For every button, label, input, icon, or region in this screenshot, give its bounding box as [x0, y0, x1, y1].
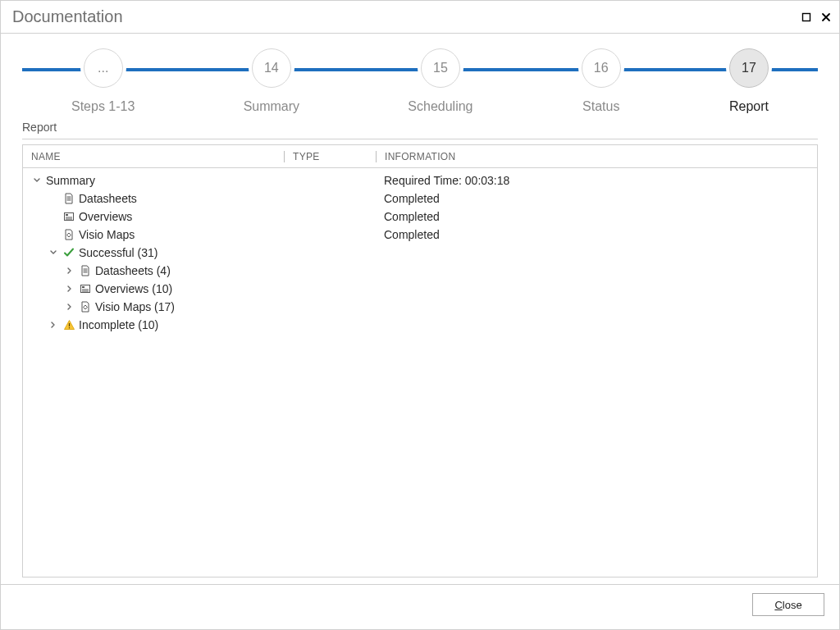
svg-rect-9 [68, 323, 69, 326]
svg-rect-0 [803, 13, 810, 21]
step-scheduling[interactable]: 15Scheduling [408, 48, 472, 114]
name-cell: Visio Maps (17) [23, 300, 284, 313]
title-bar: Documentation [1, 1, 839, 34]
window-title: Documentation [12, 7, 123, 26]
content-area: ...Steps 1-1314Summary15Scheduling16Stat… [1, 34, 839, 584]
row-name: Visio Maps [79, 228, 135, 241]
row-name: Datasheets [79, 192, 137, 205]
table-row[interactable]: Visio MapsCompleted [23, 226, 817, 244]
check-icon [62, 246, 75, 259]
close-button-rest: lose [783, 599, 802, 611]
header-name[interactable]: NAME [23, 151, 284, 162]
chevron-right-icon[interactable] [48, 319, 59, 331]
header-information[interactable]: INFORMATION [376, 151, 584, 162]
report-table: NAME TYPE INFORMATION SummaryRequired Ti… [22, 144, 818, 578]
svg-rect-8 [82, 291, 89, 292]
row-name: Visio Maps (17) [95, 300, 175, 313]
svg-rect-10 [68, 327, 69, 328]
close-button[interactable]: Close [752, 593, 824, 616]
chevron-right-icon[interactable] [64, 301, 75, 313]
name-cell: Incomplete (10) [23, 318, 284, 331]
row-name: Summary [46, 174, 95, 187]
maximize-icon[interactable] [800, 11, 813, 24]
close-icon[interactable] [819, 11, 833, 24]
step-circle: 14 [252, 48, 291, 88]
step-circle: ... [84, 48, 123, 88]
step-circle: 15 [421, 48, 460, 88]
svg-rect-4 [66, 219, 72, 220]
visio-icon [79, 300, 92, 313]
warning-icon [62, 318, 75, 331]
table-row[interactable]: OverviewsCompleted [23, 208, 817, 226]
section-heading: Report [22, 121, 818, 134]
table-row[interactable]: DatasheetsCompleted [23, 189, 817, 208]
document-icon [62, 192, 75, 205]
table-row[interactable]: Incomplete (10) [23, 316, 817, 334]
table-row[interactable]: Datasheets (4) [23, 262, 817, 280]
step-label: Scheduling [408, 99, 472, 114]
svg-rect-7 [82, 290, 89, 290]
table-row[interactable]: Overviews (10) [23, 280, 817, 298]
information-cell: Completed [376, 210, 584, 223]
row-name: Overviews (10) [95, 282, 172, 295]
chevron-right-icon[interactable] [64, 283, 75, 294]
table-row[interactable]: Visio Maps (17) [23, 298, 817, 316]
documentation-window: Documentation ...Steps 1-1314Summary15Sc… [0, 0, 840, 630]
section-rule [22, 139, 818, 139]
overview-icon [62, 210, 75, 223]
step-circle: 16 [582, 48, 621, 88]
step-summary[interactable]: 14Summary [244, 48, 299, 114]
step-label: Report [729, 99, 769, 114]
name-cell: Overviews (10) [23, 282, 284, 295]
svg-rect-2 [66, 214, 68, 216]
svg-rect-6 [82, 286, 84, 288]
table-header: NAME TYPE INFORMATION [23, 145, 817, 168]
close-button-underline: C [774, 599, 782, 611]
information-cell: Required Time: 00:03:18 [376, 174, 584, 187]
document-icon [79, 264, 92, 277]
step-circle: 17 [729, 48, 769, 88]
step-label: Summary [244, 99, 299, 114]
row-name: Incomplete (10) [79, 318, 158, 331]
table-row[interactable]: Successful (31) [23, 244, 817, 262]
overview-icon [79, 282, 92, 295]
chevron-down-icon[interactable] [31, 175, 43, 186]
chevron-right-icon[interactable] [64, 265, 75, 276]
step-report[interactable]: 17Report [729, 48, 769, 114]
name-cell: Datasheets (4) [23, 264, 284, 277]
visio-icon [62, 228, 75, 241]
row-name: Datasheets (4) [95, 264, 171, 277]
step-label: Status [582, 99, 619, 114]
information-cell: Completed [376, 228, 584, 241]
row-name: Successful (31) [79, 246, 158, 259]
name-cell: Successful (31) [23, 246, 284, 259]
name-cell: Overviews [23, 210, 284, 223]
step-status[interactable]: 16Status [582, 48, 621, 114]
row-name: Overviews [79, 210, 132, 223]
header-type[interactable]: TYPE [284, 151, 376, 162]
table-body: SummaryRequired Time: 00:03:18Datasheets… [23, 168, 817, 577]
name-cell: Visio Maps [23, 228, 284, 241]
name-cell: Datasheets [23, 192, 284, 205]
step-label: Steps 1-13 [71, 99, 135, 114]
wizard-stepper: ...Steps 1-1314Summary15Scheduling16Stat… [22, 48, 818, 99]
information-cell: Completed [376, 192, 584, 205]
chevron-down-icon[interactable] [48, 247, 59, 258]
step-steps-1-13[interactable]: ...Steps 1-13 [71, 48, 135, 114]
table-row[interactable]: SummaryRequired Time: 00:03:18 [23, 171, 817, 189]
window-controls [800, 11, 833, 24]
footer: Close [1, 584, 839, 629]
svg-rect-3 [66, 217, 72, 218]
name-cell: Summary [23, 174, 284, 187]
